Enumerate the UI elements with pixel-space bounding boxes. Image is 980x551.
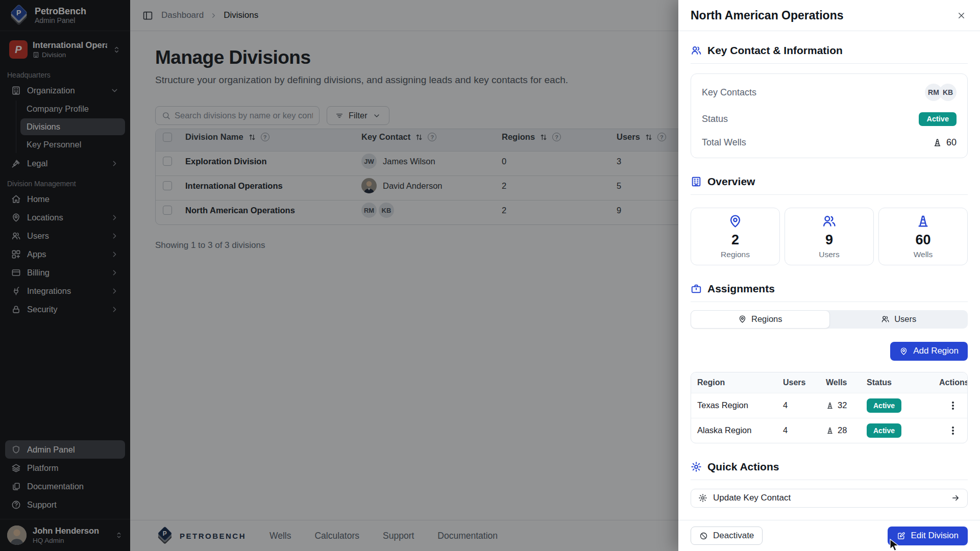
deactivate-button[interactable]: Deactivate bbox=[691, 527, 763, 545]
region-name: Alaska Region bbox=[697, 425, 783, 435]
drawer-footer: Deactivate Edit Division bbox=[678, 520, 980, 551]
region-users: 4 bbox=[783, 400, 826, 410]
overview-stats: 2 Regions 9 Users 60 Wells bbox=[691, 208, 968, 265]
region-name: Texas Region bbox=[697, 400, 783, 410]
update-key-contact-button[interactable]: Update Key Contact bbox=[691, 489, 968, 508]
users-icon bbox=[691, 45, 702, 56]
close-icon bbox=[957, 11, 966, 20]
region-row: Texas Region 4 32 Active bbox=[691, 393, 967, 418]
status-badge: Active bbox=[867, 398, 901, 413]
derrick-icon bbox=[826, 427, 834, 435]
gear-icon bbox=[698, 493, 707, 503]
region-wells: 28 bbox=[838, 425, 847, 435]
gear-icon bbox=[691, 461, 702, 472]
stat-label: Regions bbox=[721, 250, 750, 259]
drawer-title: North American Operations bbox=[691, 9, 954, 22]
map-pin-icon bbox=[899, 347, 908, 356]
division-detail-drawer: North American Operations Key Contact & … bbox=[678, 0, 980, 551]
key-contacts-row: Key Contacts RM KB bbox=[691, 78, 967, 107]
map-pin-icon bbox=[738, 315, 747, 323]
mouse-cursor bbox=[889, 539, 900, 551]
section-key-contact-heading: Key Contact & Information bbox=[691, 44, 968, 57]
column-region: Region bbox=[697, 378, 783, 387]
total-wells-value: 60 bbox=[946, 137, 957, 148]
derrick-icon bbox=[826, 402, 834, 410]
screen: P PetroBench Admin Panel P International… bbox=[0, 0, 980, 551]
status-row: Status Active bbox=[691, 107, 967, 132]
stat-value: 60 bbox=[915, 232, 930, 248]
stat-label: Wells bbox=[914, 250, 933, 259]
drawer-body: Key Contact & Information Key Contacts R… bbox=[678, 31, 980, 520]
column-wells: Wells bbox=[826, 378, 867, 387]
status-label: Status bbox=[702, 114, 728, 124]
map-pin-icon bbox=[728, 214, 743, 229]
arrow-right-icon bbox=[951, 493, 960, 503]
drawer-header: North American Operations bbox=[678, 0, 980, 31]
briefcase-icon bbox=[691, 283, 702, 294]
region-users: 4 bbox=[783, 425, 826, 435]
key-contact-card: Key Contacts RM KB Status Active Total W… bbox=[691, 73, 968, 158]
column-status: Status bbox=[867, 378, 939, 387]
stat-card-regions: 2 Regions bbox=[691, 208, 780, 265]
regions-table: Region Users Wells Status Actions Texas … bbox=[691, 372, 968, 443]
status-badge: Active bbox=[919, 112, 957, 126]
tab-users[interactable]: Users bbox=[830, 310, 968, 329]
section-assignments-heading: Assignments bbox=[691, 283, 968, 295]
close-button[interactable] bbox=[954, 9, 968, 22]
region-row: Alaska Region 4 28 Active bbox=[691, 418, 967, 443]
section-quick-actions-heading: Quick Actions bbox=[691, 461, 968, 473]
users-icon bbox=[881, 315, 890, 323]
kebab-icon bbox=[952, 430, 954, 432]
users-icon bbox=[822, 214, 837, 229]
column-users: Users bbox=[783, 378, 826, 387]
stat-card-wells: 60 Wells bbox=[878, 208, 968, 265]
add-region-button[interactable]: Add Region bbox=[890, 342, 968, 361]
stat-value: 2 bbox=[731, 232, 739, 248]
tab-regions[interactable]: Regions bbox=[691, 310, 830, 329]
kebab-icon bbox=[952, 405, 954, 407]
assignments-tabs: Regions Users bbox=[691, 310, 968, 329]
drawer-backdrop[interactable] bbox=[0, 0, 678, 551]
total-wells-label: Total Wells bbox=[702, 137, 746, 148]
avatar: KB bbox=[939, 84, 957, 101]
stat-card-users: 9 Users bbox=[785, 208, 874, 265]
stat-label: Users bbox=[819, 250, 839, 259]
building-icon bbox=[691, 176, 702, 187]
row-actions-button[interactable] bbox=[945, 398, 961, 413]
stat-value: 9 bbox=[825, 232, 833, 248]
column-actions: Actions bbox=[939, 378, 968, 387]
derrick-icon bbox=[916, 214, 930, 229]
regions-table-header: Region Users Wells Status Actions bbox=[691, 372, 967, 393]
total-wells-row: Total Wells 60 bbox=[691, 132, 967, 154]
row-actions-button[interactable] bbox=[945, 423, 961, 438]
status-badge: Active bbox=[867, 423, 901, 438]
section-overview-heading: Overview bbox=[691, 176, 968, 188]
derrick-icon bbox=[933, 138, 942, 147]
region-wells: 32 bbox=[838, 400, 847, 410]
key-contacts-label: Key Contacts bbox=[702, 87, 756, 98]
deactivate-icon bbox=[699, 532, 708, 540]
